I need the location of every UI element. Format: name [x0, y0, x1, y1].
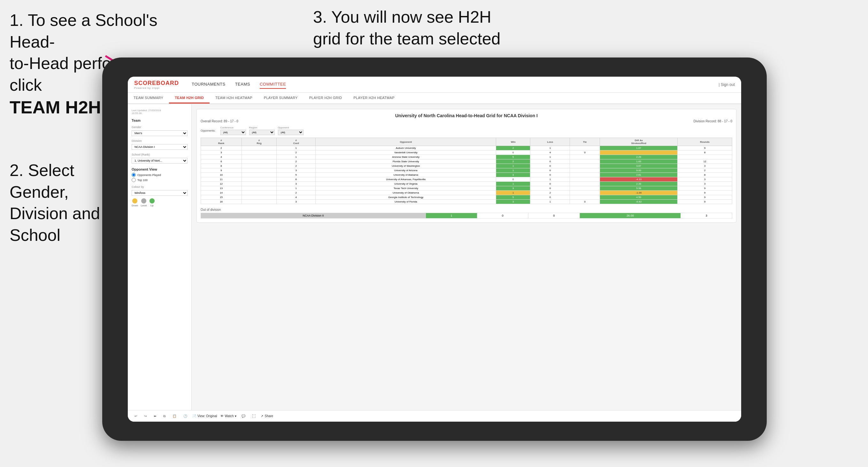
copy-button[interactable]: ⧉	[161, 414, 167, 419]
colour-swatches: Down Level Up	[132, 198, 188, 207]
cell-reg	[242, 151, 276, 155]
grid-container: University of North Carolina Head-to-Hea…	[196, 109, 736, 223]
nav-logo: SCOREBOARD Powered by clippi	[134, 80, 179, 89]
region-filter-group: Region (All)	[249, 126, 275, 135]
cell-diff: -4.33	[600, 177, 678, 182]
cell-reg	[242, 191, 276, 195]
opponent-view-radio-group: Opponents Played Top 100	[132, 173, 188, 182]
table-row: 9 3 University of Arizona 1 0 9.00 2	[201, 168, 732, 173]
division-select[interactable]: NCAA Division I NCAA Division II NCAA Di…	[132, 144, 188, 150]
colour-by-select[interactable]: Win/loss	[132, 190, 188, 196]
grid-area: University of North Carolina Head-to-Hea…	[192, 104, 741, 410]
gender-select[interactable]: Men's Women's	[132, 130, 188, 136]
cell-loss: 0	[530, 159, 570, 164]
region-filter-label: Region	[249, 126, 275, 129]
out-div-win: 1	[426, 213, 477, 218]
cell-rounds: 8	[678, 151, 732, 155]
cell-opponent: Vanderbilt University	[316, 151, 496, 155]
nav-teams[interactable]: TEAMS	[235, 80, 250, 89]
undo-button[interactable]: ↩	[132, 414, 139, 418]
cell-diff: -6.62	[600, 200, 678, 204]
cell-tie	[570, 168, 600, 173]
tab-team-summary[interactable]: TEAM SUMMARY	[128, 93, 169, 103]
cell-diff: 5.56	[600, 186, 678, 191]
cell-tie	[570, 186, 600, 191]
col-rounds: Rounds	[678, 138, 732, 146]
cell-opponent: University of Arizona	[316, 168, 496, 173]
tab-team-h2h-grid[interactable]: TEAM H2H GRID	[169, 93, 210, 103]
conference-filter-group: Conference (All)	[220, 126, 246, 135]
cell-loss: 0	[530, 182, 570, 186]
fullscreen-button[interactable]: ⛶	[250, 414, 257, 418]
cell-diff: 4.50	[600, 195, 678, 200]
cell-diff: 3.67	[600, 164, 678, 168]
grid-records: Overall Record: 89 - 17 - 0 Division Rec…	[200, 120, 732, 123]
clock-button[interactable]: 🕐	[182, 414, 189, 418]
colour-by-label: Colour by	[132, 185, 188, 188]
cell-conf: 5	[277, 173, 316, 177]
annotation-2-line1: 2. Select Gender,	[9, 161, 74, 201]
sidebar: Last Updated: 27/03/2024 16:55:38 Team G…	[128, 104, 192, 410]
cell-tie	[570, 177, 600, 182]
col-diff: Diff AvStrokes/Rnd	[600, 138, 678, 146]
paste-button[interactable]: 📋	[170, 414, 178, 418]
sign-out-button[interactable]: | Sign out	[719, 83, 735, 87]
cell-opponent: Georgia Institute of Technology	[316, 195, 496, 200]
conference-filter-select[interactable]: (All)	[220, 130, 246, 135]
watch-button[interactable]: 👁 Watch ▾	[220, 414, 237, 418]
cell-opponent: Arizona State University	[316, 155, 496, 159]
cell-conf: 3	[277, 168, 316, 173]
comment-button[interactable]: 💬	[240, 414, 247, 418]
cell-conf: 3	[277, 182, 316, 186]
out-div-rounds: 3	[681, 213, 732, 218]
annotation-3: 3. You will now see H2H grid for the tea…	[313, 6, 505, 50]
tab-team-h2h-heatmap[interactable]: TEAM H2H HEATMAP	[210, 93, 258, 103]
table-row: 12 3 University of Virginia 1 0 2.33 3	[201, 182, 732, 186]
cell-rounds: 3	[678, 164, 732, 168]
radio-top-100[interactable]: Top 100	[132, 178, 188, 182]
col-rank: #Rank	[201, 138, 242, 146]
team-label: Team	[132, 119, 188, 122]
nav-tournaments[interactable]: TOURNAMENTS	[192, 80, 225, 89]
out-div-diff: 26.00	[580, 213, 681, 218]
cell-tie	[570, 164, 600, 168]
tab-player-h2h-heatmap[interactable]: PLAYER H2H HEATMAP	[348, 93, 400, 103]
cell-rounds: 9	[678, 146, 732, 151]
cell-win: 3	[496, 173, 530, 177]
table-row: 2 1 Auburn University 2 1 1.67 9	[201, 146, 732, 151]
redo-button[interactable]: ↪	[142, 414, 149, 418]
cell-win: 5	[496, 195, 530, 200]
division-record: Division Record: 88 - 17 - 0	[693, 120, 732, 123]
annotation-3-line1: 3. You will now see H2H	[313, 8, 491, 26]
cell-win: 1	[496, 168, 530, 173]
cell-tie	[570, 173, 600, 177]
table-row: 6 2 Florida State University 2 0 1.83 12	[201, 159, 732, 164]
opponent-filter-group: Opponent (All)	[278, 126, 304, 135]
back-button[interactable]: ⬅	[152, 414, 158, 418]
last-updated: Last Updated: 27/03/2024 16:55:38	[132, 109, 188, 115]
cell-rounds: 8	[678, 173, 732, 177]
cell-rank: 3	[201, 151, 242, 155]
cell-rounds	[678, 155, 732, 159]
tab-player-summary[interactable]: PLAYER SUMMARY	[258, 93, 304, 103]
tab-player-h2h-grid[interactable]: PLAYER H2H GRID	[304, 93, 348, 103]
cell-loss: 4	[530, 151, 570, 155]
cell-tie: 0	[570, 200, 600, 204]
cell-diff: 1.67	[600, 146, 678, 151]
cell-loss: 2	[530, 191, 570, 195]
swatch-up-color	[150, 198, 155, 204]
cell-conf: 2	[277, 159, 316, 164]
opponent-filter-select[interactable]: (All)	[278, 130, 304, 135]
gender-label: Gender	[132, 126, 188, 129]
school-select[interactable]: 1. University of Nort...	[132, 158, 188, 163]
col-loss: Loss	[530, 138, 570, 146]
view-label[interactable]: 📄 View: Original	[192, 414, 217, 418]
nav-committee[interactable]: COMMITTEE	[260, 80, 286, 89]
col-reg: #Reg	[242, 138, 276, 146]
conference-filter-label: Conference	[220, 126, 246, 129]
swatch-level: Level	[141, 198, 147, 207]
share-button[interactable]: ↗ Share	[261, 414, 273, 418]
region-filter-select[interactable]: (All)	[249, 130, 275, 135]
radio-opponents-played[interactable]: Opponents Played	[132, 173, 188, 177]
cell-conf: 2	[277, 151, 316, 155]
